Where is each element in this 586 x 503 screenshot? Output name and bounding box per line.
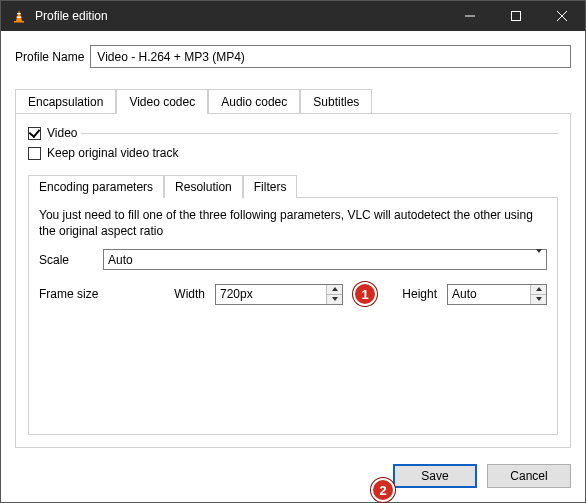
maximize-button[interactable] — [493, 1, 539, 31]
annotation-badge-1: 1 — [353, 282, 377, 306]
svg-marker-0 — [16, 10, 22, 21]
video-checkbox[interactable] — [28, 127, 41, 140]
svg-rect-3 — [17, 17, 22, 18]
vlc-cone-icon — [9, 6, 29, 26]
inner-tab-resolution[interactable]: Resolution — [164, 175, 243, 198]
window-title: Profile edition — [35, 9, 447, 23]
height-label: Height — [402, 287, 437, 301]
scale-label: Scale — [39, 253, 103, 267]
scale-select[interactable]: Auto — [103, 249, 547, 270]
video-checkbox-label: Video — [47, 126, 77, 140]
svg-rect-1 — [14, 21, 24, 23]
width-stepper[interactable]: 720px — [215, 284, 343, 305]
width-step-up[interactable] — [327, 285, 342, 295]
resolution-hint: You just need to fill one of the three f… — [39, 208, 547, 239]
titlebar: Profile edition — [1, 1, 585, 31]
tab-subtitles[interactable]: Subtitles — [300, 89, 372, 114]
frame-size-label: Frame size — [39, 287, 159, 301]
height-step-up[interactable] — [531, 285, 546, 295]
height-value: Auto — [452, 287, 530, 301]
cancel-button[interactable]: Cancel — [487, 464, 571, 488]
keep-original-checkbox[interactable] — [28, 147, 41, 160]
divider — [81, 133, 558, 134]
height-step-down[interactable] — [531, 295, 546, 304]
inner-tab-filters[interactable]: Filters — [243, 175, 298, 198]
svg-rect-5 — [512, 12, 521, 21]
scale-value: Auto — [108, 253, 133, 267]
tab-encapsulation[interactable]: Encapsulation — [15, 89, 116, 114]
tab-audio-codec[interactable]: Audio codec — [208, 89, 300, 114]
keep-original-label: Keep original video track — [47, 146, 178, 160]
chevron-down-icon — [536, 253, 542, 267]
svg-rect-2 — [17, 13, 21, 14]
close-button[interactable] — [539, 1, 585, 31]
annotation-badge-2: 2 — [371, 478, 395, 502]
profile-name-label: Profile Name — [15, 50, 84, 64]
width-value: 720px — [220, 287, 326, 301]
width-label: Width — [165, 287, 205, 301]
inner-tab-encoding[interactable]: Encoding parameters — [28, 175, 164, 198]
tab-video-codec[interactable]: Video codec — [116, 89, 208, 114]
profile-edition-window: Profile edition Profile Name Encapsulati… — [0, 0, 586, 503]
width-step-down[interactable] — [327, 295, 342, 304]
height-stepper[interactable]: Auto — [447, 284, 547, 305]
resolution-panel: You just need to fill one of the three f… — [28, 197, 558, 435]
minimize-button[interactable] — [447, 1, 493, 31]
profile-name-input[interactable] — [90, 45, 571, 68]
video-codec-panel: Video Keep original video track Encoding… — [15, 113, 571, 448]
save-button[interactable]: Save — [393, 464, 477, 488]
